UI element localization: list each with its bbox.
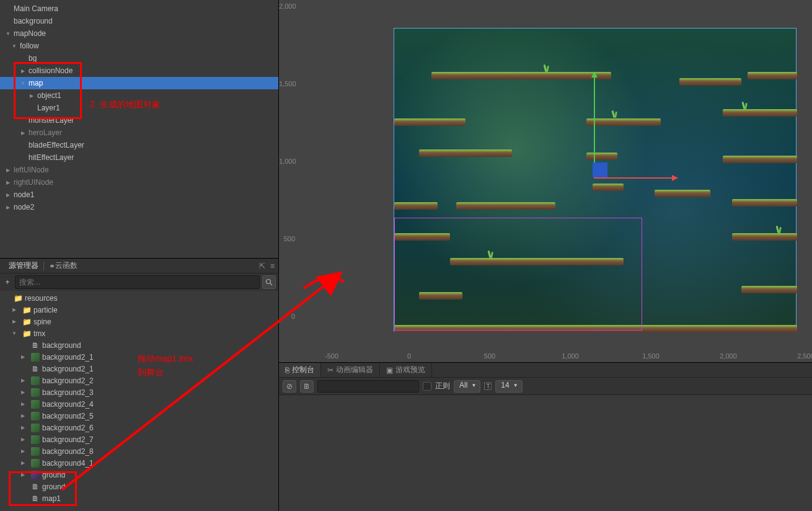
tree-arrow-icon[interactable] [20, 354, 26, 360]
filter-select[interactable]: All [454, 380, 480, 393]
tab-preview[interactable]: ▣ 游戏预览 [380, 363, 432, 377]
hierarchy-node-layer1[interactable]: Layer1 [0, 102, 278, 114]
hierarchy-node-node1[interactable]: node1 [0, 189, 278, 201]
tree-arrow-icon[interactable] [20, 460, 26, 466]
asset-label: background2_2 [42, 376, 94, 385]
asset-label: background2_6 [42, 424, 94, 432]
tree-arrow-icon[interactable] [5, 167, 11, 173]
tree-arrow-icon[interactable] [20, 389, 26, 396]
asset-item-background2_6[interactable]: background2_6 [0, 422, 278, 433]
hierarchy-node-map[interactable]: map [0, 77, 278, 89]
console-filter-input[interactable] [317, 380, 419, 393]
search-button[interactable] [262, 275, 276, 289]
asset-item-background2_1[interactable]: 🗎background2_1 [0, 363, 278, 375]
tree-arrow-icon[interactable] [20, 448, 26, 455]
hierarchy-node-herolayer[interactable]: heroLayer [0, 127, 278, 139]
tree-arrow-icon[interactable] [5, 204, 11, 210]
asset-label: background2_5 [42, 412, 94, 420]
asset-item-background4_1[interactable]: background4_1 [0, 457, 278, 469]
hierarchy-node-bladeeffectlayer[interactable]: bladeEffectLayer [0, 139, 278, 151]
asset-label: map1 [42, 494, 61, 503]
tree-arrow-icon[interactable] [20, 425, 26, 431]
hierarchy-node-leftuinode[interactable]: leftUINode [0, 164, 278, 176]
tree-arrow-icon[interactable] [20, 437, 26, 443]
tree-arrow-icon[interactable] [5, 192, 11, 198]
asset-label: background [42, 341, 81, 350]
asset-item-map1[interactable]: 🗎map1 [0, 492, 278, 504]
tree-arrow-icon[interactable] [20, 472, 26, 478]
tree-arrow-icon[interactable] [20, 413, 26, 419]
ruler-tick: 500 [279, 235, 298, 242]
game-scene[interactable] [394, 28, 797, 332]
hierarchy-node-monsterlayer[interactable]: monsterLayer [0, 114, 278, 127]
asset-item-background2_3[interactable]: background2_3 [0, 386, 278, 398]
img-icon [31, 400, 40, 409]
tree-arrow-icon[interactable] [20, 68, 26, 74]
hierarchy-node-bg[interactable]: bg [0, 52, 278, 64]
asset-item-background2_5[interactable]: background2_5 [0, 410, 278, 422]
ruler-tick: 1,500 [279, 80, 298, 87]
fontsize-select[interactable]: 14 [495, 380, 522, 393]
img-icon [31, 424, 40, 432]
asset-item-background2_2[interactable]: background2_2 [0, 375, 278, 386]
tree-label: map [29, 79, 43, 87]
tree-arrow-icon[interactable] [20, 401, 26, 407]
tree-arrow-icon[interactable] [5, 30, 11, 37]
clear-button[interactable]: ⊘ [283, 380, 296, 393]
tree-arrow-icon[interactable] [20, 378, 26, 384]
assets-tab-cloud[interactable]: ⚭ 云函数 [44, 259, 82, 273]
asset-item-tmx[interactable]: 📁tmx [0, 327, 278, 339]
regex-checkbox[interactable] [423, 382, 431, 391]
ruler-tick: 0 [279, 313, 298, 320]
file-icon: 🗎 [31, 494, 40, 503]
hierarchy-node-main camera[interactable]: Main Camera [0, 2, 278, 15]
hierarchy-node-follow[interactable]: follow [0, 40, 278, 52]
hierarchy-node-collisionnode[interactable]: collisionNode [0, 64, 278, 77]
svg-point-0 [267, 280, 271, 284]
scene-viewport[interactable]: 2,0001,5001,0005000 [279, 0, 812, 362]
tree-arrow-icon[interactable] [5, 179, 11, 185]
ruler-tick: 2,000 [720, 352, 737, 360]
tree-arrow-icon[interactable] [11, 43, 17, 49]
asset-item-background2_8[interactable]: background2_8 [0, 445, 278, 457]
tree-arrow-icon[interactable] [11, 331, 17, 337]
tree-arrow-icon[interactable] [20, 130, 26, 136]
tree-arrow-icon[interactable] [11, 307, 17, 313]
tree-label: bladeEffectLayer [29, 141, 84, 149]
paste-button[interactable]: 🗎 [300, 380, 314, 393]
menu-icon[interactable]: ≡ [270, 262, 275, 270]
asset-item-ground[interactable]: 🗎ground [0, 481, 278, 492]
asset-item-background2_1[interactable]: background2_1 [0, 351, 278, 363]
hierarchy-node-object1[interactable]: object1 [0, 89, 278, 102]
tab-console[interactable]: ⎘ 控制台 [279, 363, 321, 377]
asset-label: particle [33, 306, 58, 314]
tree-arrow-icon[interactable] [11, 319, 17, 325]
tree-arrow-icon[interactable] [20, 80, 26, 86]
tree-arrow-icon[interactable] [29, 92, 35, 99]
hierarchy-node-mapnode[interactable]: mapNode [0, 27, 278, 40]
tab-animation[interactable]: ✂ 动画编辑器 [321, 363, 380, 377]
asset-label: background4_1 [42, 459, 94, 468]
asset-item-background2_7[interactable]: background2_7 [0, 433, 278, 445]
add-asset-button[interactable]: + [2, 277, 12, 287]
hierarchy-node-background[interactable]: background [0, 15, 278, 27]
expand-icon[interactable]: ⇱ [259, 262, 265, 270]
img-icon [31, 447, 40, 456]
asset-item-background[interactable]: 🗎background [0, 339, 278, 351]
asset-item-background2_4[interactable]: background2_4 [0, 398, 278, 410]
tree-label: follow [20, 42, 39, 50]
asset-item-resources[interactable]: 📁resources [0, 292, 278, 304]
assets-search-input[interactable] [15, 275, 260, 289]
ruler-tick: 2,000 [279, 2, 298, 10]
asset-item-spine[interactable]: 📁spine [0, 316, 278, 327]
hierarchy-node-rightuinode[interactable]: rightUINode [0, 176, 278, 189]
hierarchy-node-hiteffectlayer[interactable]: hitEffectLayer [0, 151, 278, 164]
hierarchy-node-node2[interactable]: node2 [0, 201, 278, 213]
asset-item-ground[interactable]: ground [0, 469, 278, 481]
img-icon [31, 412, 40, 420]
svg-line-1 [270, 283, 272, 285]
tree-label: leftUINode [14, 166, 49, 174]
assets-tab-manager[interactable]: 源管理器 [4, 259, 43, 273]
tree-label: bg [29, 54, 37, 63]
asset-item-particle[interactable]: 📁particle [0, 304, 278, 316]
